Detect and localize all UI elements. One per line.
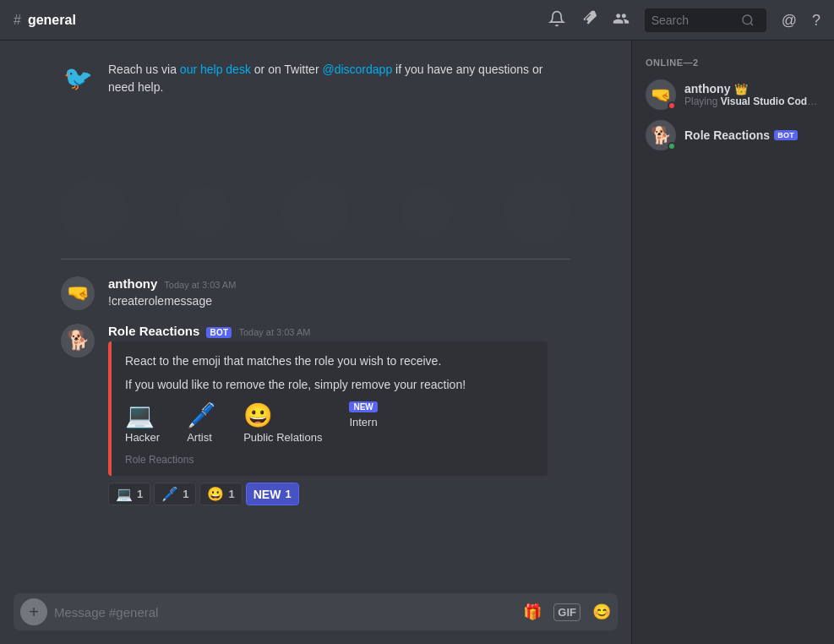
members-icon[interactable] [613,10,630,30]
reactions-bar: 💻 1 🖊️ 1 😀 1 NEW 1 [108,483,570,505]
embed-footer: Role Reactions [125,454,534,466]
timestamp-anthony: Today at 3:03 AM [164,280,236,290]
messages-container[interactable]: 🐦 Reach us via our help desk or on Twitt… [0,41,631,593]
member-info-bot: Role Reactions BOT [684,128,820,142]
messages-divider [61,259,570,259]
message-input[interactable] [54,605,516,619]
reaction-smile[interactable]: 😀 1 [199,483,242,505]
input-icons: 🎁 GIF 😊 [523,603,611,621]
channel-hash: # [14,13,21,28]
role-pr: 😀 Public Relations [243,401,322,445]
message-group-bot: 🐕 Role Reactions BOT Today at 3:03 AM Re… [0,320,631,509]
message-text-anthony: !createrolemessage [108,292,570,310]
discord-handle-link[interactable]: @discordapp [322,63,392,76]
reaction-new[interactable]: NEW 1 [246,483,299,505]
message-content-bot: Role Reactions BOT Today at 3:03 AM Reac… [108,324,570,505]
svg-point-0 [743,15,752,25]
channel-name: general [28,13,76,28]
embed-roles: 💻 Hacker 🖊️ Artist 😀 Public Relations [125,401,534,451]
bell-icon[interactable] [548,10,565,30]
ghost-users-bg [0,110,631,245]
timestamp-bot: Today at 3:03 AM [238,327,310,337]
online-section-header: ONLINE—2 [639,54,827,74]
right-sidebar: ONLINE—2 🤜 anthony 👑 Playing Visual Stud… [631,41,834,644]
main-layout: 🐦 Reach us via our help desk or on Twitt… [0,41,834,644]
add-attachment-button[interactable]: + [20,598,47,625]
message-group-anthony: 🤜 anthony Today at 3:03 AM !createroleme… [0,273,631,314]
sidebar-bot-badge: BOT [774,130,798,140]
search-input[interactable] [651,14,736,27]
member-name-bot: Role Reactions BOT [684,128,820,142]
topbar: # general @ ? [0,0,834,41]
sidebar-avatar-bot: 🐕 [646,120,676,150]
status-dot-online [668,142,676,150]
reaction-pen[interactable]: 🖊️ 1 [154,483,196,505]
sidebar-avatar-anthony: 🤜 [646,79,676,110]
status-dot-dnd [668,101,676,110]
help-desk-link[interactable]: our help desk [180,63,251,76]
gif-icon[interactable]: GIF [553,603,581,621]
reaction-laptop[interactable]: 💻 1 [108,483,150,505]
member-info-anthony: anthony 👑 Playing Visual Studio Code 📄 [684,82,820,107]
emoji-icon[interactable]: 😊 [592,603,611,621]
author-anthony: anthony [108,276,157,291]
channel-title: # general [14,13,76,28]
gift-icon[interactable]: 🎁 [523,603,542,621]
role-reactions-embed: React to the emoji that matches the role… [108,341,548,476]
system-message-text: Reach us via our help desk or on Twitter… [108,61,570,96]
crown-icon: 👑 [734,83,748,96]
reach-us-label: Reach us [108,63,158,76]
topbar-icons: @ ? [548,8,820,32]
message-header-bot: Role Reactions BOT Today at 3:03 AM [108,324,570,338]
author-bot: Role Reactions [108,324,199,338]
member-name-anthony: anthony 👑 [684,82,820,96]
system-message: 🐦 Reach us via our help desk or on Twitt… [0,54,631,103]
sidebar-member-anthony[interactable]: 🤜 anthony 👑 Playing Visual Studio Code 📄 [639,74,827,115]
message-input-box: + 🎁 GIF 😊 [14,593,618,630]
role-artist: 🖊️ Artist [187,401,216,445]
role-hacker: 💻 Hacker [125,401,160,445]
pin-icon[interactable] [581,10,597,30]
sidebar-member-bot[interactable]: 🐕 Role Reactions BOT [639,115,827,156]
message-input-area: + 🎁 GIF 😊 [0,593,631,644]
embed-line1: React to the emoji that matches the role… [125,352,534,395]
message-content-anthony: anthony Today at 3:03 AM !createrolemess… [108,276,570,310]
role-intern: NEW Intern [349,401,377,445]
avatar-bot: 🐕 [61,324,95,357]
avatar-anthony: 🤜 [61,276,95,310]
twitter-bird-icon: 🐦 [61,61,95,95]
message-header-anthony: anthony Today at 3:03 AM [108,276,570,291]
at-icon[interactable]: @ [782,13,797,28]
bot-badge: BOT [206,327,232,338]
search-bar[interactable] [645,8,766,32]
member-status-anthony: Playing Visual Studio Code 📄 [684,96,820,107]
search-icon [741,14,755,27]
help-icon[interactable]: ? [812,13,820,28]
chat-area: 🐦 Reach us via our help desk or on Twitt… [0,41,631,644]
